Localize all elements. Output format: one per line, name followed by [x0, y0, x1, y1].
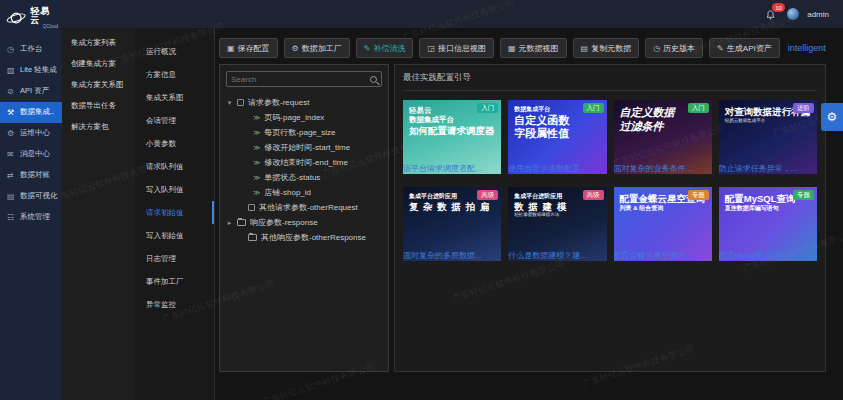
planet-logo-icon — [6, 9, 26, 27]
tree-expander-icon[interactable]: ▾ — [226, 99, 233, 107]
toolbar-button[interactable]: ✎ 生成API资产 — [709, 38, 780, 58]
tree-node-icon — [253, 174, 260, 181]
guide-card[interactable]: 入门 轻易云数据集成平台如何配置请求调度器 该平台请求调度者配... — [403, 100, 501, 174]
tree-node-icon — [248, 204, 255, 211]
tree-node[interactable]: 修改开始时间-start_time — [226, 140, 382, 155]
guide-card-cover[interactable]: 入门 数据集成平台自定义函数字段属性值 — [508, 100, 606, 156]
scheme-menu-item-label: 集成关系图 — [146, 93, 184, 102]
guide-card-cover[interactable]: 进阶 对查询数据进行补漏轻易云数据集成平台 — [719, 100, 817, 156]
toolbar-button[interactable]: ▣ 保存配置 — [219, 38, 278, 58]
search-input[interactable] — [231, 75, 367, 84]
guide-card-cover[interactable]: 入门 轻易云数据集成平台如何配置请求调度器 — [403, 100, 501, 156]
toolbar-button[interactable]: ▤ 复制元数据 — [573, 38, 640, 58]
sidebar-item[interactable]: ☷ 系统管理 — [0, 207, 62, 228]
guide-card-caption[interactable]: 使用自定义函数配置... — [508, 163, 606, 174]
workbench-icon: ◷ — [7, 45, 16, 54]
submenu-item[interactable]: 创建集成方案 — [62, 53, 135, 74]
sidebar-item[interactable]: ◷ 工作台 — [0, 39, 62, 60]
tree-node[interactable]: 其他响应参数-otherResponse — [226, 230, 382, 245]
guide-card-caption[interactable]: 配置Mysql查询语句自... — [719, 250, 817, 261]
guide-card-caption[interactable]: 配置金蝶云星空查询... — [614, 250, 712, 261]
sidebar-item[interactable]: ▧ Lite 轻集成 — [0, 60, 62, 81]
submenu-item-label: 数据导出任务 — [71, 101, 116, 110]
guide-card-caption[interactable]: 什么是数据建模？建... — [508, 250, 606, 261]
scheme-menu-item[interactable]: 集成关系图 — [135, 86, 214, 109]
tree-node-label: 单据状态-status — [264, 172, 320, 183]
submenu-item[interactable]: 集成方案关系图 — [62, 74, 135, 95]
guide-card-caption[interactable]: 面对复杂的业务条件... — [614, 163, 712, 174]
scheme-menu-item[interactable]: 运行概况 — [135, 40, 214, 63]
scheme-menu-item[interactable]: 方案信息 — [135, 63, 214, 86]
card-title-line: 列表 & 组合查询 — [620, 205, 707, 213]
submenu-item[interactable]: 数据导出任务 — [62, 95, 135, 116]
scheme-menu-item[interactable]: 事件加工厂 — [135, 270, 214, 293]
app-logo[interactable]: 轻易云 QCloud — [0, 0, 62, 39]
tree-node[interactable]: 店铺-shop_id — [226, 185, 382, 200]
tree-node[interactable]: 页码-page_index — [226, 110, 382, 125]
level-badge: 入门 — [583, 103, 604, 113]
guide-card-caption[interactable]: 面对复杂的多层数据... — [403, 250, 501, 261]
toolbar-button[interactable]: ◲ 接口信息视图 — [419, 38, 494, 58]
guide-card-cover[interactable]: 高级 集成平台进阶应用数 据 建 模轻松掌握数据建模方法 — [508, 187, 606, 243]
tree-node-label: 修改开始时间-start_time — [264, 142, 350, 153]
guide-card[interactable]: 进阶 对查询数据进行补漏轻易云数据集成平台 防止请求任务异常，... — [719, 100, 817, 174]
toolbar-button-label: 接口信息视图 — [438, 43, 486, 54]
guide-card-caption[interactable]: 防止请求任务异常，... — [719, 163, 817, 174]
sidebar-item-label: 系统管理 — [20, 212, 50, 222]
notification-bell-icon[interactable]: 10 — [765, 7, 779, 21]
scheme-menu-item[interactable]: 会话管理 — [135, 109, 214, 132]
tree-search — [226, 71, 382, 87]
tree-node[interactable]: 修改结束时间-end_time — [226, 155, 382, 170]
main-content: ▣ 保存配置 ⚙ 数据加工厂 ✎ 补偿清洗 ◲ 接口信息视图 ▦ — [215, 28, 843, 400]
panel-title: 最佳实践配置引导 — [403, 70, 817, 91]
scheme-menu-item[interactable]: 请求队列值 — [135, 155, 214, 178]
sidebar-item[interactable]: ⇄ 数据对账 — [0, 165, 62, 186]
tree-expander-icon[interactable]: ▸ — [226, 219, 233, 227]
tree-node[interactable]: 每页行数-page_size — [226, 125, 382, 140]
intelligent-link[interactable]: intelligent — [788, 43, 826, 53]
toolbar-button[interactable]: ◷ 历史版本 — [645, 38, 703, 58]
scheme-menu-item[interactable]: 请求初始值 — [135, 201, 214, 224]
avatar[interactable] — [787, 8, 799, 20]
scheme-menu-item[interactable]: 日志管理 — [135, 247, 214, 270]
sidebar-item[interactable]: ▤ 数据可视化 — [0, 186, 62, 207]
tree-node[interactable]: ▾ 请求参数-request — [226, 95, 382, 110]
guide-card-cover[interactable]: 专题 配置MySQL查询直连数据库编写语句 — [719, 187, 817, 243]
guide-card[interactable]: 专题 配置MySQL查询直连数据库编写语句 配置Mysql查询语句自... — [719, 187, 817, 261]
ops-center-icon: ⚙ — [7, 129, 16, 138]
guide-card-cover[interactable]: 高级 集成平台进阶应用复 杂 数 据 拍 扁 — [403, 187, 501, 243]
toolbar-button[interactable]: ⚙ 数据加工厂 — [284, 38, 350, 58]
toolbar-button-label: 补偿清洗 — [373, 43, 405, 54]
scheme-menu-item[interactable]: 写入队列值 — [135, 178, 214, 201]
scheme-menu-item-label: 异常监控 — [146, 300, 176, 309]
tree-node[interactable]: 其他请求参数-otherRequest — [226, 200, 382, 215]
tree-node[interactable]: ▸ 响应参数-response — [226, 215, 382, 230]
tree-node[interactable]: 单据状态-status — [226, 170, 382, 185]
scheme-menu-item-label: 请求队列值 — [146, 162, 184, 171]
guide-card[interactable]: 入门 自定义数据过滤条件 面对复杂的业务条件... — [614, 100, 712, 174]
card-title-line: 复 杂 数 据 拍 扁 — [409, 201, 496, 213]
sidebar-item[interactable]: ⚒ 数据集成.. — [0, 102, 62, 123]
guide-card[interactable]: 高级 集成平台进阶应用数 据 建 模轻松掌握数据建模方法 什么是数据建模？建..… — [508, 187, 606, 261]
data-visualization-icon: ▤ — [7, 192, 16, 201]
app-root: 轻易云 QCloud ◷ 工作台 ▧ Lite 轻集成 ⊘ API 资产 ⚒ 数… — [0, 0, 843, 400]
scheme-menu-item[interactable]: 写入初始值 — [135, 224, 214, 247]
guide-card[interactable]: 专题 配置金蝶云星空查询列表 & 组合查询 配置金蝶云星空查询... — [614, 187, 712, 261]
scheme-menu-item[interactable]: 异常监控 — [135, 293, 214, 316]
settings-float-button[interactable]: ⚙ — [821, 103, 843, 131]
sidebar-item[interactable]: ✉ 消息中心 — [0, 144, 62, 165]
card-title-line: 如何配置请求调度器 — [409, 125, 496, 137]
guide-card[interactable]: 高级 集成平台进阶应用复 杂 数 据 拍 扁 面对复杂的多层数据... — [403, 187, 501, 261]
username[interactable]: admin — [807, 10, 829, 19]
guide-card-caption[interactable]: 该平台请求调度者配... — [403, 163, 501, 174]
sidebar-item[interactable]: ⊘ API 资产 — [0, 81, 62, 102]
guide-card-cover[interactable]: 专题 配置金蝶云星空查询列表 & 组合查询 — [614, 187, 712, 243]
toolbar-button[interactable]: ▦ 元数据视图 — [500, 38, 567, 58]
guide-card-cover[interactable]: 入门 自定义数据过滤条件 — [614, 100, 712, 156]
guide-card[interactable]: 入门 数据集成平台自定义函数字段属性值 使用自定义函数配置... — [508, 100, 606, 174]
submenu-item[interactable]: 集成方案列表 — [62, 32, 135, 53]
scheme-menu-item[interactable]: 小黄参数 — [135, 132, 214, 155]
sidebar-item[interactable]: ⚙ 运维中心 — [0, 123, 62, 144]
submenu-item[interactable]: 解决方案包 — [62, 116, 135, 137]
toolbar-button[interactable]: ✎ 补偿清洗 — [356, 38, 414, 58]
